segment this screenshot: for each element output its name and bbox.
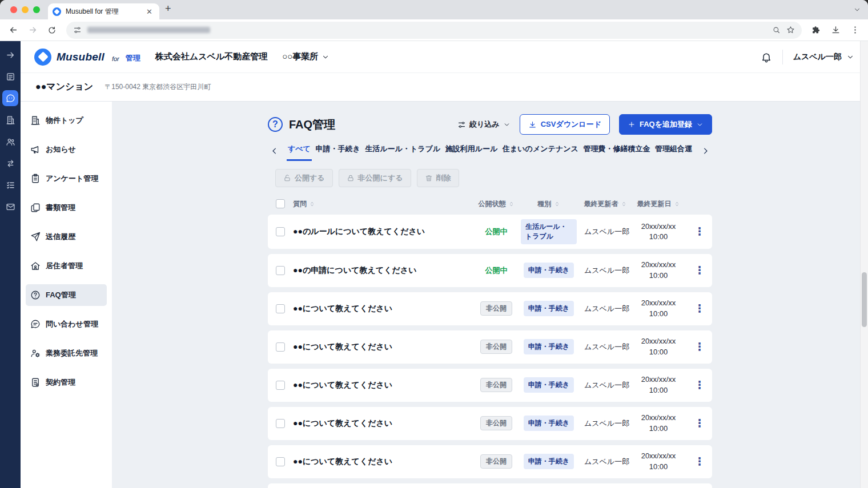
row-menu-icon[interactable]: ⋮ <box>691 377 709 393</box>
row-checkbox[interactable] <box>276 457 285 466</box>
header-status[interactable]: 公開状態 <box>476 199 517 209</box>
tab-association[interactable]: 管理組合運 <box>654 144 693 161</box>
reload-button[interactable] <box>43 22 61 39</box>
scrollbar-thumb[interactable] <box>862 272 867 327</box>
sidebar-item-surveys[interactable]: アンケート管理 <box>26 168 107 189</box>
chevron-down-icon <box>696 121 704 128</box>
updated-by: ムスベル一郎 <box>581 457 630 467</box>
chat-bubble-icon[interactable] <box>2 90 18 106</box>
user-swap-icon[interactable] <box>2 155 18 171</box>
row-menu-icon[interactable]: ⋮ <box>691 224 709 239</box>
board-icon[interactable] <box>2 68 18 84</box>
row-checkbox[interactable] <box>276 381 285 390</box>
expand-arrow-icon[interactable] <box>2 47 18 63</box>
row-menu-icon[interactable]: ⋮ <box>691 339 709 354</box>
row-checkbox[interactable] <box>276 419 285 428</box>
tab-facility-rules[interactable]: 施設利用ルール <box>444 144 499 161</box>
address-bar[interactable] <box>66 22 802 39</box>
sidebar-item-faq[interactable]: FAQ管理 <box>26 284 107 306</box>
publish-button[interactable]: 公開する <box>275 169 333 187</box>
category-badge: 申請・手続き <box>524 301 574 316</box>
building-icon[interactable] <box>2 112 18 128</box>
row-menu-icon[interactable]: ⋮ <box>691 263 709 278</box>
row-menu-icon[interactable]: ⋮ <box>691 416 709 431</box>
header-question[interactable]: 質問 <box>293 199 476 209</box>
row-checkbox[interactable] <box>276 266 285 275</box>
table-row[interactable]: ●●について教えてください 非公開 申請・手続き ムスベル一郎 20xx/xx/… <box>268 369 712 402</box>
category-badge: 申請・手続き <box>524 416 574 431</box>
table-row[interactable]: ●●について教えてください 非公開 申請・手続き ムスベル一郎 20xx/xx/… <box>268 445 712 478</box>
add-faq-button[interactable]: FAQを追加登録 <box>619 114 712 135</box>
sidebar-item-vendors[interactable]: 業務委託先管理 <box>26 342 107 364</box>
back-button[interactable] <box>5 22 22 39</box>
send-icon <box>30 232 41 242</box>
user-menu[interactable]: ムスベル一郎 <box>793 52 854 62</box>
table-row[interactable]: ●●について教えてください 非公開 申請・手続き ムスベル一郎 20xx/xx/… <box>268 407 712 440</box>
category-badge: 申請・手続き <box>524 377 574 393</box>
header-updated-by[interactable]: 最終更新者 <box>581 199 630 209</box>
chevron-down-icon <box>846 53 854 61</box>
office-selector[interactable]: ○○事業所 <box>282 51 329 62</box>
sidebar-item-contracts[interactable]: 契約管理 <box>26 372 107 393</box>
row-checkbox[interactable] <box>276 227 285 236</box>
minimize-window-button[interactable] <box>22 6 29 13</box>
row-menu-icon[interactable]: ⋮ <box>691 454 709 469</box>
row-menu-icon[interactable]: ⋮ <box>691 301 709 316</box>
tabs-scroll-right-icon[interactable] <box>699 147 712 159</box>
tab-list-chevron-icon[interactable] <box>853 6 861 14</box>
chevron-down-icon <box>503 121 511 128</box>
logo-product: 管理 <box>126 53 140 63</box>
sidebar-item-property-top[interactable]: 物件トップ <box>26 110 107 131</box>
table-row[interactable]: ●●について教えてください 非公開 申請・手続き ムスベル一郎 20xx/xx/… <box>268 330 712 364</box>
new-tab-button[interactable]: + <box>159 3 177 16</box>
app-logo[interactable]: Musubell for 管理 <box>34 49 140 66</box>
logo-for: for <box>112 55 119 62</box>
extensions-icon[interactable] <box>807 22 825 39</box>
tab-living-rules[interactable]: 生活ルール・トラブル <box>364 144 441 161</box>
tab-fees[interactable]: 管理費・修繕積立金 <box>582 144 651 161</box>
tabs-scroll-left-icon[interactable] <box>268 147 281 159</box>
notifications-bell-icon[interactable] <box>761 51 772 63</box>
user-name: ムスベル一郎 <box>793 52 842 62</box>
browser-toolbar <box>0 19 868 41</box>
forward-button[interactable] <box>24 22 41 39</box>
select-all-checkbox[interactable] <box>276 199 285 208</box>
unpublish-button[interactable]: 非公開にする <box>339 169 411 187</box>
close-window-button[interactable] <box>10 6 17 13</box>
checklist-icon[interactable] <box>2 177 18 193</box>
status-badge: 非公開 <box>480 416 512 430</box>
downloads-icon[interactable] <box>827 22 844 39</box>
header-category[interactable]: 種別 <box>517 199 581 209</box>
sidebar-item-label: 送信履歴 <box>46 232 75 242</box>
table-row[interactable]: ●●について教えてください 非公開 申請・手続き ムスベル一郎 20xx/xx/… <box>268 292 712 325</box>
header-updated-at[interactable]: 最終更新日 <box>630 199 687 209</box>
sidebar-item-send-history[interactable]: 送信履歴 <box>26 226 107 248</box>
tab-close-icon[interactable]: ✕ <box>144 6 155 17</box>
tab-maintenance[interactable]: 住まいのメンテナンス <box>501 144 580 161</box>
table-row[interactable]: ●●の申請について教えてください 公開中 申請・手続き ムスベル一郎 20xx/… <box>268 254 712 287</box>
row-checkbox[interactable] <box>276 342 285 352</box>
survey-icon <box>30 174 41 184</box>
sidebar-item-inquiries[interactable]: 問い合わせ管理 <box>26 313 107 335</box>
users-icon[interactable] <box>2 134 18 150</box>
site-settings-icon[interactable] <box>73 26 82 34</box>
table-row[interactable]: ●●について教えてください 非公開 申請・手続き ムスベル一郎 20xx/xx/… <box>268 483 712 488</box>
delete-button[interactable]: 削除 <box>417 169 459 187</box>
zoom-icon[interactable] <box>772 26 781 34</box>
table-row[interactable]: ●●のルールについて教えてください 公開中 生活ルール・トラブル ムスベル一郎 … <box>268 215 712 249</box>
sidebar-item-documents[interactable]: 書類管理 <box>26 197 107 219</box>
tab-applications[interactable]: 申請・手続き <box>315 144 361 161</box>
fullscreen-window-button[interactable] <box>33 6 40 13</box>
browser-tab[interactable]: Musubell for 管理 ✕ <box>48 3 159 19</box>
sidebar-item-residents[interactable]: 居住者管理 <box>26 255 107 277</box>
sidebar-item-notices[interactable]: お知らせ <box>26 139 107 160</box>
logo-name: Musubell <box>57 51 105 63</box>
row-checkbox[interactable] <box>276 304 285 313</box>
mail-icon[interactable] <box>2 199 18 215</box>
bookmark-star-icon[interactable] <box>786 26 795 34</box>
updated-at: 20xx/xx/xx10:00 <box>630 451 687 471</box>
filter-button[interactable]: 絞り込み <box>457 119 511 130</box>
browser-menu-icon[interactable] <box>846 22 863 39</box>
csv-download-button[interactable]: CSVダウンロード <box>520 114 610 135</box>
tab-all[interactable]: すべて <box>287 144 312 161</box>
